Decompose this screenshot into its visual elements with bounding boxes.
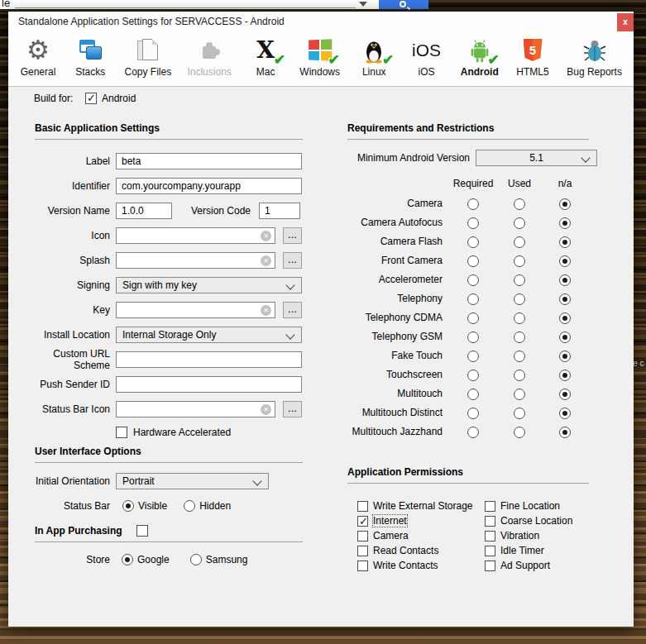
front-camera-required-radio[interactable]: [467, 255, 479, 267]
camera-autofocus-used-radio[interactable]: [514, 217, 525, 229]
toolbar-item-html5[interactable]: 5 HTML5: [514, 36, 551, 86]
telephony-na-radio[interactable]: [559, 293, 571, 305]
custom-url-input[interactable]: [116, 351, 302, 368]
clear-icon[interactable]: ✕: [261, 305, 271, 316]
write-contacts-checkbox[interactable]: [357, 561, 368, 571]
clear-icon[interactable]: ✕: [261, 255, 271, 266]
clear-icon[interactable]: ✕: [261, 231, 271, 241]
telephony-cdma-na-radio[interactable]: [559, 312, 571, 324]
toolbar-item-bug-reports[interactable]: Bug Reports: [567, 36, 622, 86]
identifier-input[interactable]: com.yourcompany.yourapp: [116, 178, 302, 194]
fine-location-checkbox[interactable]: [485, 501, 495, 512]
multitouch-distinct-required-radio[interactable]: [467, 408, 479, 419]
telephony-cdma-required-radio[interactable]: [467, 312, 479, 324]
vibration-checkbox[interactable]: [485, 531, 495, 541]
build-for-checkbox[interactable]: [85, 93, 97, 104]
read-contacts-checkbox[interactable]: [357, 546, 368, 556]
label-input[interactable]: beta: [116, 153, 302, 169]
camera-required-radio[interactable]: [467, 198, 479, 210]
front-camera-used-radio[interactable]: [514, 255, 525, 267]
front-camera-na-radio[interactable]: [559, 255, 571, 267]
multitouch-required-radio[interactable]: [467, 389, 479, 400]
coarse-location-checkbox[interactable]: [485, 516, 495, 527]
splash-input[interactable]: ✕: [116, 252, 275, 269]
section-permissions: Application Permissions: [347, 466, 612, 478]
toolbar-item-windows[interactable]: ✔ Windows: [299, 36, 340, 86]
toolbar-item-copy-files[interactable]: Copy Files: [125, 36, 172, 86]
touchscreen-used-radio[interactable]: [514, 370, 525, 381]
multitouch-jazzhand-required-radio[interactable]: [467, 427, 479, 438]
hardware-accelerated-label: Hardware Accelerated: [133, 427, 231, 438]
camera-used-radio[interactable]: [514, 198, 525, 210]
toolbar-item-inclusions[interactable]: Inclusions: [187, 36, 231, 86]
key-browse-button[interactable]: ...: [283, 302, 302, 318]
status-bar-icon-input[interactable]: ✕: [116, 401, 275, 417]
toolbar-item-ios[interactable]: iOS iOS: [409, 36, 445, 86]
search-button[interactable]: [379, 0, 428, 9]
dialog-content: Build for: Android Basic Application Set…: [8, 87, 634, 627]
store-samsung-radio[interactable]: [190, 554, 202, 565]
close-button[interactable]: x: [617, 13, 634, 31]
camera-flash-used-radio[interactable]: [514, 236, 525, 248]
telephony-cdma-used-radio[interactable]: [514, 312, 525, 324]
accelerometer-na-radio[interactable]: [559, 274, 571, 286]
signing-dropdown[interactable]: Sign with my key: [116, 277, 302, 293]
toolbar-item-stacks[interactable]: Stacks: [72, 36, 108, 86]
iap-checkbox[interactable]: [136, 525, 148, 537]
camera-autofocus-na-radio[interactable]: [559, 217, 571, 229]
titlebar[interactable]: Standalone Application Settings for SERV…: [8, 12, 634, 31]
icon-input[interactable]: ✕: [116, 227, 275, 244]
telephony-gsm-na-radio[interactable]: [559, 332, 571, 343]
icon-browse-button[interactable]: ...: [283, 227, 302, 244]
multitouch-distinct-used-radio[interactable]: [514, 408, 525, 419]
fake-touch-required-radio[interactable]: [467, 351, 479, 362]
toolbar-item-android[interactable]: ✔ Android: [461, 36, 499, 86]
toolbar-item-linux[interactable]: ✔ Linux: [356, 36, 392, 86]
install-location-dropdown[interactable]: Internal Storage Only: [116, 327, 302, 343]
telephony-gsm-used-radio[interactable]: [514, 332, 525, 343]
accelerometer-required-radio[interactable]: [467, 274, 479, 286]
push-sender-row: Push Sender ID: [34, 376, 304, 393]
divider: [35, 139, 303, 140]
fake-touch-used-radio[interactable]: [514, 351, 525, 362]
touchscreen-na-radio[interactable]: [559, 370, 571, 381]
section-ui-options: User Interface Options: [35, 446, 304, 457]
status-bar-icon-browse-button[interactable]: ...: [283, 401, 302, 417]
camera-autofocus-required-radio[interactable]: [467, 217, 479, 229]
telephony-used-radio[interactable]: [514, 293, 525, 305]
toolbar-item-mac[interactable]: X✔ Mac: [247, 36, 284, 86]
ad-support-checkbox[interactable]: [485, 561, 495, 571]
version-code-input[interactable]: 1: [259, 203, 300, 219]
splash-browse-button[interactable]: ...: [283, 252, 302, 269]
write-external-storage-checkbox[interactable]: [357, 501, 368, 512]
telephony-gsm-required-radio[interactable]: [467, 332, 479, 343]
min-android-version-dropdown[interactable]: 5.1: [476, 150, 597, 166]
clear-icon[interactable]: ✕: [261, 404, 271, 415]
icon-row: Icon ✕ ...: [34, 227, 304, 244]
touchscreen-required-radio[interactable]: [467, 370, 479, 381]
idle-timer-checkbox[interactable]: [485, 546, 495, 556]
camera-flash-na-radio[interactable]: [559, 236, 571, 248]
push-sender-input[interactable]: [116, 376, 302, 393]
dropdown-caret-icon[interactable]: [359, 2, 367, 7]
camera-flash-required-radio[interactable]: [467, 236, 479, 248]
initial-orientation-dropdown[interactable]: Portrait: [116, 473, 269, 489]
fake-touch-na-radio[interactable]: [559, 351, 571, 362]
multitouch-jazzhand-used-radio[interactable]: [514, 427, 525, 438]
multitouch-distinct-na-radio[interactable]: [559, 408, 571, 419]
telephony-required-radio[interactable]: [467, 293, 479, 305]
version-name-input[interactable]: 1.0.0: [116, 203, 172, 219]
hardware-accelerated-checkbox[interactable]: [116, 427, 127, 438]
multitouch-used-radio[interactable]: [514, 389, 525, 400]
camera-checkbox[interactable]: [357, 531, 368, 541]
multitouch-jazzhand-na-radio[interactable]: [559, 427, 571, 438]
camera-na-radio[interactable]: [559, 198, 571, 210]
status-bar-visible-radio[interactable]: [122, 500, 134, 512]
toolbar-item-general[interactable]: ⚙ General: [20, 36, 56, 86]
status-bar-hidden-radio[interactable]: [184, 500, 195, 512]
multitouch-na-radio[interactable]: [559, 389, 571, 400]
internet-checkbox[interactable]: [357, 516, 368, 527]
key-input[interactable]: ✕: [116, 302, 275, 318]
store-google-radio[interactable]: [122, 554, 133, 565]
accelerometer-used-radio[interactable]: [514, 274, 525, 286]
